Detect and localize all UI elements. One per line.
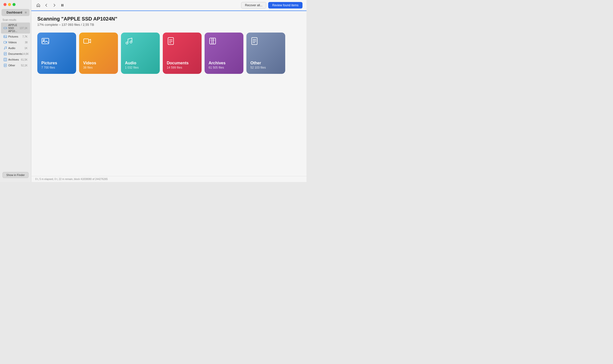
other-card-count: 52 103 files xyxy=(250,66,281,69)
forward-button[interactable] xyxy=(51,2,57,8)
sidebar-items-list: APPLE SSD AP10... 137,1K Pictures 7,7K V… xyxy=(0,22,31,68)
audio-icon xyxy=(4,46,7,50)
home-button[interactable] xyxy=(35,2,41,8)
close-button[interactable] xyxy=(4,3,7,6)
audio-card-label: Audio xyxy=(125,61,156,65)
other-icon xyxy=(4,64,7,67)
pictures-card-label: Pictures xyxy=(41,61,72,65)
other-card-label: Other xyxy=(250,61,281,65)
sidebar-item-pictures[interactable]: Pictures 7,7K xyxy=(1,34,30,39)
pictures-card-icon xyxy=(41,37,72,45)
svg-point-3 xyxy=(5,36,5,36)
sidebar-item-label-other: Other xyxy=(8,64,21,67)
svg-rect-17 xyxy=(61,4,62,7)
sidebar-item-label-audio: Audio xyxy=(8,47,25,50)
svg-point-22 xyxy=(130,41,132,43)
recover-all-button[interactable]: Recover all... xyxy=(241,2,266,9)
back-button[interactable] xyxy=(43,2,49,8)
traffic-lights xyxy=(0,0,31,9)
scan-title: Scanning "APPLE SSD AP1024N" xyxy=(37,16,300,22)
svg-rect-27 xyxy=(210,38,216,44)
audio-card-count: 1 032 files xyxy=(125,66,156,69)
documents-card-label: Documents xyxy=(167,61,198,65)
videos-card-count: 38 files xyxy=(83,66,114,69)
archives-card-icon xyxy=(209,37,239,45)
dashboard-icon xyxy=(4,11,5,15)
sidebar-item-count-apple-ssd: 137,1K xyxy=(20,27,28,30)
sidebar-item-label-archives: Archives xyxy=(8,58,21,61)
documents-card-count: 14 599 files xyxy=(167,66,198,69)
maximize-button[interactable] xyxy=(13,3,16,6)
sidebar-item-count-videos: 38 xyxy=(25,41,28,44)
documents-icon xyxy=(4,52,7,56)
sidebar-item-label-apple-ssd: APPLE SSD AP10... xyxy=(8,24,20,33)
documents-card-icon xyxy=(167,37,198,45)
videos-card-label: Videos xyxy=(83,61,114,65)
category-card-other[interactable]: Other 52 103 files xyxy=(246,33,285,74)
main-panel: Recover all... Review found items Scanni… xyxy=(31,0,306,182)
dashboard-label: Dashboard xyxy=(7,11,22,14)
archives-card-label: Archives xyxy=(209,61,239,65)
review-found-items-button[interactable]: Review found items xyxy=(268,2,302,9)
category-card-documents[interactable]: Documents 14 599 files xyxy=(163,33,202,74)
archives-icon xyxy=(4,58,7,61)
svg-rect-19 xyxy=(42,38,49,44)
pause-button[interactable] xyxy=(59,2,65,8)
sidebar-item-audio[interactable]: Audio 1K xyxy=(1,45,30,51)
sidebar-item-count-other: 52,1K xyxy=(21,64,28,67)
archives-card-count: 61 505 files xyxy=(209,66,239,69)
videos-icon xyxy=(4,41,7,44)
dashboard-button[interactable]: Dashboard ✳ xyxy=(2,9,30,16)
content-area: Scanning "APPLE SSD AP1024N" 17% complet… xyxy=(31,11,306,176)
svg-rect-2 xyxy=(4,35,7,38)
scan-subtitle: 17% complete – 137 093 files / 2,55 TB xyxy=(37,23,300,27)
sidebar-item-label-pictures: Pictures xyxy=(8,35,22,38)
pictures-card-count: 7 700 files xyxy=(41,66,72,69)
svg-rect-18 xyxy=(63,4,63,7)
category-card-audio[interactable]: Audio 1 032 files xyxy=(121,33,160,74)
sidebar-item-documents[interactable]: Documents 14,6K xyxy=(1,51,30,57)
svg-rect-4 xyxy=(4,41,6,43)
sidebar-item-count-documents: 14,6K xyxy=(22,53,29,55)
category-card-archives[interactable]: Archives 61 505 files xyxy=(205,33,243,74)
sidebar-item-other[interactable]: Other 52,1K xyxy=(1,63,30,68)
sidebar-item-count-archives: 61,5K xyxy=(21,58,28,61)
category-card-pictures[interactable]: Pictures 7 700 files xyxy=(37,33,76,74)
toolbar: Recover all... Review found items xyxy=(31,0,306,11)
show-in-finder-button[interactable]: Show in Finder xyxy=(3,172,29,178)
scan-results-section-label: Scan results xyxy=(0,16,31,22)
category-cards-grid: Pictures 7 700 files Videos 38 files Aud… xyxy=(37,33,300,74)
svg-rect-10 xyxy=(4,58,7,61)
svg-point-5 xyxy=(6,48,7,49)
audio-card-icon xyxy=(125,37,156,45)
minimize-button[interactable] xyxy=(8,3,11,6)
sidebar-item-count-audio: 1K xyxy=(25,47,28,50)
toolbar-right: Recover all... Review found items xyxy=(241,2,302,9)
sidebar-item-label-documents: Documents xyxy=(8,52,22,55)
videos-card-icon xyxy=(83,37,114,45)
other-card-icon xyxy=(250,37,281,45)
drive-icon xyxy=(4,26,7,30)
svg-point-20 xyxy=(43,39,45,41)
status-bar: 0 t, 5 m elapsed, 0 t, 22 m remain, bloc… xyxy=(31,176,306,182)
spinner-icon: ✳ xyxy=(24,11,27,15)
sidebar: Dashboard ✳ Scan results APPLE SSD AP10.… xyxy=(0,0,31,182)
sidebar-item-apple-ssd[interactable]: APPLE SSD AP10... 137,1K xyxy=(1,23,30,34)
sidebar-item-count-pictures: 7,7K xyxy=(22,35,28,38)
svg-rect-21 xyxy=(84,39,89,43)
pictures-icon xyxy=(4,35,7,38)
category-card-videos[interactable]: Videos 38 files xyxy=(79,33,118,74)
sidebar-item-label-videos: Videos xyxy=(8,41,25,44)
sidebar-item-archives[interactable]: Archives 61,5K xyxy=(1,57,30,62)
sidebar-item-videos[interactable]: Videos 38 xyxy=(1,40,30,45)
